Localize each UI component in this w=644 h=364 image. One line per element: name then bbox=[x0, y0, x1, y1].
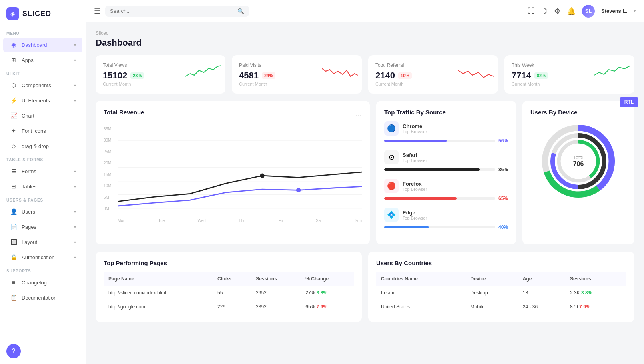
sidebar-item-pages[interactable]: 📄 Pages ▾ bbox=[3, 220, 82, 234]
sidebar-item-layout[interactable]: 🔲 Layout ▾ bbox=[3, 235, 82, 249]
sidebar-item-components[interactable]: ⬡ Components ▾ bbox=[3, 78, 82, 92]
svg-point-7 bbox=[260, 174, 264, 178]
chevron-icon: ▾ bbox=[74, 58, 76, 62]
change-cell: 27% 3.8% bbox=[301, 286, 354, 300]
country-cell: United States bbox=[376, 300, 466, 314]
traffic-pct: 40% bbox=[498, 224, 508, 230]
browser-sub: Top Browser bbox=[403, 187, 427, 192]
rtl-badge: RTL bbox=[620, 97, 638, 107]
page-name-cell: http://google.com bbox=[104, 300, 213, 314]
sidebar-item-apps[interactable]: ⊞ Apps ▾ bbox=[3, 53, 82, 67]
page-name-cell: http://sliced.com/index.html bbox=[104, 286, 213, 300]
sidebar-item-tables[interactable]: ⊟ Tables ▾ bbox=[3, 179, 82, 194]
users-pages-section-label: Users & Pages bbox=[0, 194, 86, 204]
stat-cards-grid: Total Views 15102 23% Current Month Paid… bbox=[96, 55, 634, 94]
sidebar-item-forms[interactable]: ☰ Forms ▾ bbox=[3, 164, 82, 178]
breadcrumb: Sliced bbox=[96, 30, 634, 36]
traffic-pct: 65% bbox=[498, 196, 508, 201]
clicks-cell: 229 bbox=[213, 300, 251, 314]
col-country: Countries Name bbox=[376, 272, 466, 286]
traffic-item-firefox: 🔴 Forefox Top Browser 65% bbox=[384, 179, 508, 201]
topbar: ☰ 🔍 ⛶ ☽ ⚙ 🔔 SL Stevens L. ▾ bbox=[86, 0, 644, 22]
traffic-card: Top Traffic By Source 🔵 Chrome Top Brows… bbox=[376, 101, 516, 244]
top-pages-table-wrapper: Page Name Clicks Sessions % Change http:… bbox=[104, 272, 354, 314]
col-sessions: Sessions bbox=[251, 272, 301, 286]
supports-section-label: Supports bbox=[0, 265, 86, 275]
fullscreen-button[interactable]: ⛶ bbox=[528, 7, 535, 15]
stat-value: 15102 bbox=[103, 70, 127, 81]
notification-button[interactable]: 🔔 bbox=[567, 7, 576, 16]
components-icon: ⬡ bbox=[10, 81, 18, 89]
settings-button[interactable]: ⚙ bbox=[554, 7, 560, 16]
font-icons-icon: ✦ bbox=[10, 127, 18, 135]
top-pages-card: Top Performing Pages Page Name Clicks Se… bbox=[96, 252, 362, 322]
countries-table: Countries Name Device Age Sessions Irela… bbox=[376, 272, 626, 314]
logo[interactable]: ◈ SLICED bbox=[0, 0, 86, 27]
table-forms-section-label: Table & Forms bbox=[0, 154, 86, 164]
username-label: Stevens L. bbox=[601, 8, 627, 14]
auth-icon: 🔒 bbox=[10, 253, 18, 261]
top-pages-table: Page Name Clicks Sessions % Change http:… bbox=[104, 272, 354, 314]
countries-table-wrapper: Countries Name Device Age Sessions Irela… bbox=[376, 272, 626, 314]
drag-drop-icon: ◇ bbox=[10, 142, 18, 150]
dark-mode-button[interactable]: ☽ bbox=[541, 7, 548, 16]
traffic-item-safari: ⊙ Safari Top Browser 86% bbox=[384, 150, 508, 172]
revenue-chart-area: 0M 5M 10M 15M 20M 25M 30M 35M Mon Tue We… bbox=[104, 127, 362, 223]
traffic-pct: 56% bbox=[498, 138, 508, 144]
tables-icon: ⊟ bbox=[10, 182, 18, 190]
sidebar-item-documentation[interactable]: 📋 Documentation bbox=[3, 290, 82, 305]
sidebar-item-ui-elements[interactable]: ⚡ UI Elements ▾ bbox=[3, 93, 82, 108]
table-row: http://google.com 229 2392 65% 7.9% bbox=[104, 300, 354, 314]
stat-badge: 82% bbox=[534, 72, 548, 79]
traffic-item-edge: 💠 Edge Top Browser 40% bbox=[384, 208, 508, 230]
traffic-pct: 86% bbox=[498, 167, 508, 172]
pages-icon: 📄 bbox=[10, 223, 18, 231]
stat-value: 7714 bbox=[512, 70, 531, 81]
logo-icon: ◈ bbox=[6, 7, 19, 20]
browser-sub: Top Browser bbox=[403, 129, 427, 134]
sidebar-item-changelog[interactable]: ≡ Changelog bbox=[3, 275, 82, 290]
sidebar-item-drag-drop[interactable]: ◇ drag & drop bbox=[3, 139, 82, 153]
revenue-menu-button[interactable]: ··· bbox=[356, 111, 362, 119]
revenue-chart-title: Total Revenue bbox=[104, 109, 144, 116]
firefox-icon: 🔴 bbox=[384, 179, 399, 193]
stat-badge: 23% bbox=[130, 72, 144, 79]
donut-card: Users By Device RTL bbox=[522, 101, 634, 244]
stat-value: 2140 bbox=[375, 70, 395, 81]
sidebar-item-font-icons[interactable]: ✦ Font Icons bbox=[3, 124, 82, 138]
sidebar-item-dashboard[interactable]: ◉ Dashboard ▾ bbox=[3, 38, 82, 52]
age-cell: 18 bbox=[518, 286, 565, 300]
sidebar-item-authentication[interactable]: 🔒 Authentication ▾ bbox=[3, 250, 82, 264]
traffic-item-chrome: 🔵 Chrome Top Browser 56% bbox=[384, 121, 508, 144]
col-sessions: Sessions bbox=[565, 272, 626, 286]
change-cell: 65% 7.9% bbox=[301, 300, 354, 314]
browser-sub: Top Browser bbox=[403, 216, 427, 220]
sidebar-item-chart[interactable]: 📈 Chart bbox=[3, 108, 82, 123]
uikit-section-label: UI Kit bbox=[0, 68, 86, 78]
clicks-cell: 55 bbox=[213, 286, 251, 300]
col-clicks: Clicks bbox=[213, 272, 251, 286]
ui-elements-icon: ⚡ bbox=[10, 96, 18, 104]
sparkline-chart bbox=[185, 62, 221, 82]
browser-name: Chrome bbox=[403, 123, 427, 129]
help-button[interactable]: ? bbox=[6, 344, 21, 358]
browser-sub: Top Browser bbox=[403, 158, 427, 163]
logo-text: SLICED bbox=[22, 10, 51, 18]
avatar: SL bbox=[582, 5, 595, 18]
topbar-actions: ⛶ ☽ ⚙ 🔔 SL Stevens L. ▾ bbox=[528, 5, 636, 18]
user-chevron-icon[interactable]: ▾ bbox=[634, 8, 636, 14]
sessions-cell: 879 7.9% bbox=[565, 300, 626, 314]
table-row: United States Mobile 24 - 36 879 7.9% bbox=[376, 300, 626, 314]
bottom-row: Top Performing Pages Page Name Clicks Se… bbox=[96, 252, 634, 322]
donut-title: Users By Device bbox=[530, 109, 626, 116]
stat-badge: 24% bbox=[262, 72, 275, 79]
forms-icon: ☰ bbox=[10, 167, 18, 175]
menu-toggle-button[interactable]: ☰ bbox=[94, 7, 100, 16]
search-input[interactable] bbox=[110, 8, 234, 14]
sidebar: ◈ SLICED Menu ◉ Dashboard ▾ ⊞ Apps ▾ UI … bbox=[0, 0, 86, 364]
stat-card-total-referral: Total Referral 2140 10% Current Month bbox=[368, 55, 498, 94]
menu-section-label: Menu bbox=[0, 27, 86, 37]
sidebar-item-users[interactable]: 👤 Users ▾ bbox=[3, 204, 82, 219]
col-age: Age bbox=[518, 272, 565, 286]
device-cell: Desktop bbox=[466, 286, 518, 300]
